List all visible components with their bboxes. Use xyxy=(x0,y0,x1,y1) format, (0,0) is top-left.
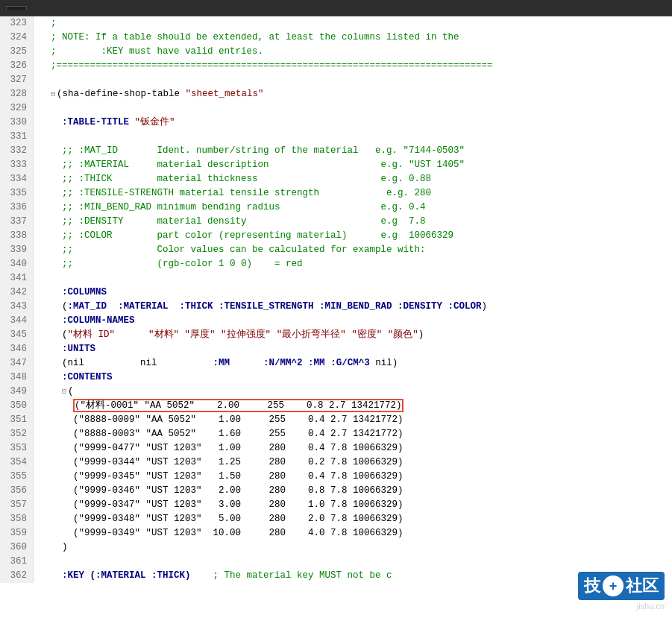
code-token: (nil nil xyxy=(40,358,213,368)
table-row: 362 :KEY (:MATERIAL :THICK) ; The materi… xyxy=(0,569,672,583)
line-content: ("9999-0347" "UST 1203" 3.00 280 1.0 7.8… xyxy=(34,498,672,512)
line-content: ("9999-0344" "UST 1203" 1.25 280 0.2 7.8… xyxy=(34,455,672,470)
line-content xyxy=(34,101,672,116)
table-row: 348 :CONTENTS xyxy=(0,371,672,385)
line-content: ("8888-0009" "AA 5052" 1.00 255 0.4 2.7 … xyxy=(34,413,672,427)
table-row: 338 ;; :COLOR part color (representing m… xyxy=(0,229,672,243)
table-row: 352 ("8888-0003" "AA 5052" 1.60 255 0.4 … xyxy=(0,427,672,441)
code-token xyxy=(40,315,62,326)
fold-icon[interactable]: ⊟ xyxy=(62,388,66,396)
code-token xyxy=(271,330,277,340)
fold-icon[interactable]: ⊟ xyxy=(51,90,55,98)
table-row: 351 ("8888-0009" "AA 5052" 1.00 255 0.4 … xyxy=(0,413,672,427)
code-token xyxy=(40,386,62,397)
code-token: ) xyxy=(482,301,488,312)
line-number: 349 xyxy=(0,385,34,399)
table-row: 361 xyxy=(0,555,672,569)
line-content: ; :KEY must have valid entries. xyxy=(34,45,672,59)
code-token: ;; :MIN_BEND_RAD minimum bending radius … xyxy=(40,202,426,212)
table-row: 350 ("材料-0001" "AA 5052" 2.00 255 0.8 2.… xyxy=(0,399,672,413)
code-token: :UNITS xyxy=(62,344,95,354)
code-token: :CONTENTS xyxy=(62,372,113,382)
code-token: "材料 ID" xyxy=(68,330,116,340)
code-token xyxy=(115,330,148,340)
code-token: "钣金件" xyxy=(135,117,175,127)
code-token: ;; (rgb-color 1 0 0) = red xyxy=(40,259,303,269)
watermark-circle: + xyxy=(603,576,624,596)
line-number: 335 xyxy=(0,186,34,201)
code-token: nil) xyxy=(370,358,398,368)
line-number: 336 xyxy=(0,201,34,215)
code-token: ( xyxy=(40,301,68,312)
line-content: ("8888-0003" "AA 5052" 1.60 255 0.4 2.7 … xyxy=(34,427,672,441)
table-row: 328 ⊟(sha-define-shop-table "sheet_metal… xyxy=(0,87,672,101)
table-row: 324 ; NOTE: If a table should be extende… xyxy=(0,31,672,45)
code-token: ;=======================================… xyxy=(40,60,493,71)
line-content xyxy=(34,555,672,569)
table-row: 323 ; xyxy=(0,16,672,31)
code-token: "材料" xyxy=(148,330,179,340)
editor-area: 323 ;324 ; NOTE: If a table should be ex… xyxy=(0,16,672,618)
line-number: 338 xyxy=(0,229,34,243)
table-row: 333 ;; :MATERIAL material description e.… xyxy=(0,158,672,172)
table-row: 344 :COLUMN-NAMES xyxy=(0,314,672,328)
code-token xyxy=(179,330,185,340)
line-number: 340 xyxy=(0,257,34,271)
code-token: :MM xyxy=(308,358,325,368)
watermark-domain: jishu.cn xyxy=(578,602,665,611)
line-content: ("9999-0349" "UST 1203" 10.00 280 4.0 7.… xyxy=(34,526,672,540)
code-token xyxy=(40,89,51,99)
line-content: ("9999-0346" "UST 1203" 2.00 280 0.8 7.8… xyxy=(34,484,672,498)
code-token: ;; Color values can be calculated for ex… xyxy=(40,245,426,255)
code-token: ; The material key MUST not be c xyxy=(191,570,392,581)
line-number: 331 xyxy=(0,130,34,144)
line-number: 362 xyxy=(0,569,34,583)
code-token: :TABLE-TITLE xyxy=(62,117,129,127)
line-number: 360 xyxy=(0,540,34,555)
code-token: ;; :MAT_ID Ident. number/string of the m… xyxy=(40,145,403,156)
highlighted-code-content xyxy=(40,400,73,411)
line-content xyxy=(34,130,672,144)
line-content: ;; :MAT_ID Ident. number/string of the m… xyxy=(34,144,672,158)
table-row: 339 ;; Color values can be calculated fo… xyxy=(0,243,672,257)
table-row: 340 ;; (rgb-color 1 0 0) = red xyxy=(0,257,672,271)
line-number: 341 xyxy=(0,271,34,286)
code-token: :COLUMN-NAMES xyxy=(62,315,135,326)
line-content xyxy=(34,73,672,87)
code-token: ) xyxy=(40,542,68,552)
code-token: ("9999-0347" "UST 1203" 3.00 280 1.0 7.8… xyxy=(40,499,403,510)
line-number: 350 xyxy=(0,399,34,413)
code-token: "颜色" xyxy=(388,330,418,340)
code-token: (sha-define-shop-table xyxy=(57,89,186,99)
line-number: 337 xyxy=(0,215,34,229)
line-number: 329 xyxy=(0,101,34,116)
line-content: :KEY (:MATERIAL :THICK) ; The material k… xyxy=(34,569,672,583)
code-token: the xyxy=(319,32,336,42)
line-number: 327 xyxy=(0,73,34,87)
line-content: ;; :MIN_BEND_RAD minimum bending radius … xyxy=(34,201,672,215)
code-token xyxy=(303,358,309,368)
code-token: ("9999-0344" "UST 1203" 1.25 280 0.2 7.8… xyxy=(40,457,403,467)
table-row: 353 ("9999-0477" "UST 1203" 1.00 280 0.4… xyxy=(0,441,672,455)
line-content: (nil nil :MM :N/MM^2 :MM :G/CM^3 nil) xyxy=(34,356,672,371)
code-token: the xyxy=(442,32,459,42)
table-row: 336 ;; :MIN_BEND_RAD minimum bending rad… xyxy=(0,201,672,215)
line-number: 346 xyxy=(0,342,34,356)
code-token: :MM xyxy=(213,358,230,368)
line-number: 348 xyxy=(0,371,34,385)
code-token: :MAT_ID :MATERIAL :THICK :TENSILE_STRENG… xyxy=(68,301,482,312)
line-number: 342 xyxy=(0,286,34,300)
code-token: ("9999-0346" "UST 1203" 2.00 280 0.8 7.8… xyxy=(40,485,403,496)
code-token: ; xyxy=(40,18,57,28)
line-content: ("9999-0345" "UST 1203" 1.50 280 0.4 7.8… xyxy=(34,470,672,484)
code-token xyxy=(40,117,62,127)
table-row: 359 ("9999-0349" "UST 1203" 10.00 280 4.… xyxy=(0,526,672,540)
code-token xyxy=(40,570,62,581)
line-content: ; xyxy=(34,16,672,31)
table-row: 341 xyxy=(0,271,672,286)
table-row: 356 ("9999-0346" "UST 1203" 2.00 280 0.8… xyxy=(0,484,672,498)
code-token: "最小折弯半径" xyxy=(277,330,346,340)
code-token: ( xyxy=(68,386,74,397)
line-number: 355 xyxy=(0,470,34,484)
file-tab[interactable] xyxy=(6,6,27,10)
